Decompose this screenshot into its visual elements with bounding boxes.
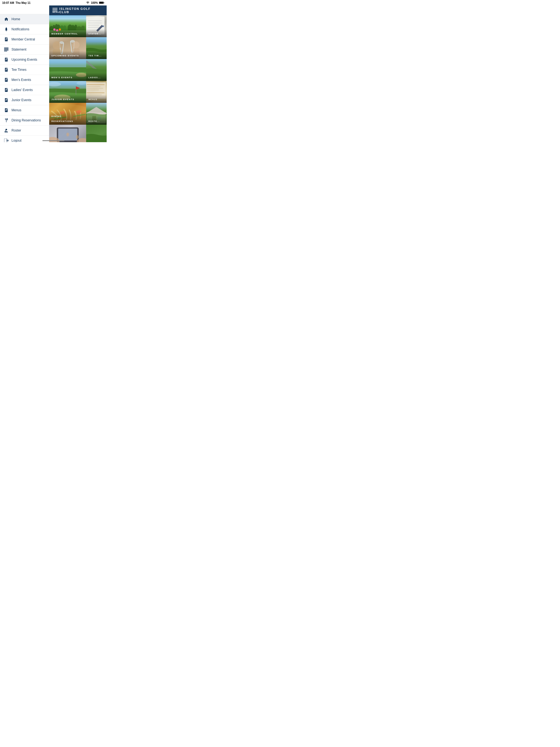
svg-rect-7 (4, 48, 8, 48)
svg-rect-12 (5, 58, 7, 59)
main-content: MENU ISLINGTON GOLF CLUB (49, 5, 107, 142)
sidebar-item-ladies-events[interactable]: Ladies' Events (0, 85, 49, 95)
grid-label-mens-events: MEN'S EVENTS (51, 76, 73, 79)
app-container: Home Notifications (0, 5, 107, 142)
svg-point-2 (6, 30, 7, 31)
sidebar-item-menus[interactable]: Menus (0, 105, 49, 115)
sidebar-label-roster: Roster (11, 129, 21, 132)
doc-icon-tee (4, 67, 9, 72)
grid-label-upcoming-events: UPCOMING EVENTS (51, 54, 79, 57)
sidebar-label-junior-events: Junior Events (11, 98, 31, 102)
svg-point-79 (67, 133, 69, 136)
grid-label-statement: STATEM... (88, 33, 101, 35)
menu-button[interactable]: MENU (52, 8, 59, 13)
svg-rect-66 (87, 86, 101, 87)
status-time: 10:07 AM Thu May 11 (2, 1, 31, 4)
sidebar-item-junior-events[interactable]: Junior Events (0, 95, 49, 105)
sidebar-item-roster[interactable]: Roster (0, 126, 49, 136)
grid-cell-bottom-left[interactable] (49, 125, 86, 142)
svg-rect-14 (5, 60, 6, 60)
svg-rect-33 (5, 110, 7, 110)
sidebar-item-logout[interactable]: Logout (0, 136, 49, 142)
grid-cell-mens-events[interactable]: MEN'S EVENTS (49, 59, 86, 81)
home-icon (4, 17, 9, 22)
sidebar-label-dining-reservations: Dining Reservations (11, 119, 41, 122)
main-header: MENU ISLINGTON GOLF CLUB (49, 5, 107, 15)
status-bar: 10:07 AM Thu May 11 100% (0, 0, 107, 5)
svg-rect-57 (49, 59, 86, 67)
svg-point-49 (103, 25, 104, 27)
sidebar-item-tee-times[interactable]: Tee Times (0, 65, 49, 75)
sidebar-label-notifications: Notifications (11, 27, 29, 31)
grid-label-member-central: MEMBER CENTRAL (51, 32, 78, 35)
svg-rect-6 (5, 40, 6, 40)
svg-point-55 (73, 41, 80, 48)
sidebar-item-mens-events[interactable]: Men's Events (0, 75, 49, 85)
svg-rect-22 (5, 80, 6, 80)
sidebar-label-mens-events: Men's Events (11, 78, 31, 82)
sidebar-item-dining-reservations[interactable]: Dining Reservations (0, 115, 49, 126)
svg-rect-68 (87, 90, 99, 90)
svg-point-42 (5, 130, 6, 131)
grid-label-tee-times: TEE TIM... (88, 55, 101, 57)
wifi-icon (86, 1, 90, 4)
sidebar-item-statement[interactable]: Statement (0, 45, 49, 55)
svg-rect-30 (5, 100, 6, 101)
svg-point-61 (77, 81, 86, 85)
svg-rect-34 (5, 110, 6, 111)
sidebar-label-logout: Logout (11, 138, 22, 142)
header-title: ISLINGTON GOLF CLUB (59, 7, 96, 14)
svg-rect-26 (5, 90, 6, 91)
logout-icon (4, 138, 9, 142)
grid-cell-menus[interactable]: MENUS (86, 81, 107, 103)
svg-rect-10 (4, 51, 7, 51)
person-icon (4, 128, 9, 133)
grid-cell-roster[interactable]: ROSTE... (86, 103, 107, 125)
svg-rect-65 (87, 84, 105, 85)
grid-cell-member-central[interactable]: MEMBER CENTRAL (49, 15, 86, 37)
grid-label-dining-reservations: DINING RESERVATIONS (51, 115, 73, 123)
list-icon (4, 47, 9, 52)
svg-rect-5 (5, 39, 7, 40)
svg-point-41 (5, 129, 7, 130)
sidebar-item-home[interactable]: Home (0, 14, 49, 24)
grid-cell-ladies[interactable]: LADIES... (86, 59, 107, 81)
grid-label-menus: MENUS (88, 98, 97, 100)
grid-cell-statement[interactable]: STATEM... (86, 15, 107, 37)
svg-rect-24 (5, 89, 7, 89)
grid-cell-tee-times[interactable]: TEE TIM... (86, 37, 107, 59)
sidebar-label-home: Home (11, 17, 20, 21)
sidebar-item-notifications[interactable]: Notifications (0, 24, 49, 34)
svg-rect-28 (5, 99, 7, 99)
grid-label-roster: ROSTE... (88, 120, 100, 122)
bell-icon (4, 27, 9, 32)
svg-rect-32 (5, 109, 7, 109)
grid-label-junior-events: JUNIOR EVENTS (51, 98, 74, 101)
grid-cell-junior-events[interactable]: JUNIOR EVENTS (49, 81, 86, 103)
fork-icon (4, 118, 9, 123)
doc-icon-junior (4, 98, 9, 103)
svg-rect-9 (4, 50, 8, 51)
doc-icon-menus (4, 108, 9, 113)
svg-rect-4 (5, 38, 7, 38)
grid-cell-bottom-right[interactable] (86, 125, 107, 142)
svg-rect-1 (99, 2, 103, 4)
svg-point-80 (76, 135, 79, 139)
sidebar-item-upcoming-events[interactable]: Upcoming Events (0, 55, 49, 65)
menu-label: MENU (52, 11, 59, 13)
grid-cell-dining-reservations[interactable]: DINING RESERVATIONS (49, 103, 86, 125)
doc-icon-member (4, 37, 9, 42)
svg-rect-13 (5, 59, 7, 60)
sidebar-label-menus: Menus (11, 108, 21, 112)
sidebar: Home Notifications (0, 5, 49, 142)
sidebar-label-ladies-events: Ladies' Events (11, 88, 33, 92)
svg-rect-18 (5, 70, 6, 70)
svg-point-53 (53, 41, 61, 50)
grid-cell-upcoming-events[interactable]: UPCOMING EVENTS (49, 37, 86, 59)
sidebar-label-member-central: Member Central (11, 37, 35, 41)
sidebar-top (0, 5, 49, 14)
svg-rect-16 (5, 69, 7, 69)
status-right: 100% (86, 1, 104, 4)
sidebar-item-member-central[interactable]: Member Central (0, 34, 49, 45)
svg-rect-67 (87, 88, 103, 88)
